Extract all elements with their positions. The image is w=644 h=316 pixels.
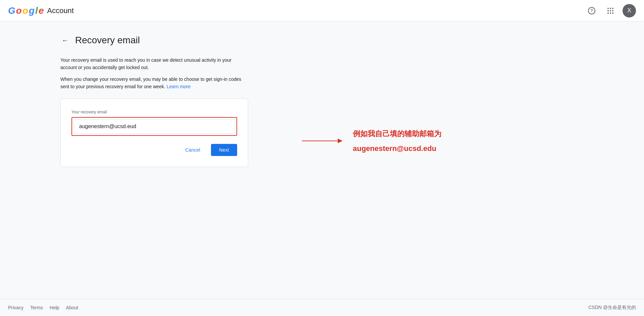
arrow-container	[302, 141, 342, 141]
logo-g: G	[8, 5, 15, 16]
avatar-button[interactable]: X	[623, 4, 636, 17]
back-arrow-icon: ←	[62, 37, 68, 44]
footer-links: Privacy Terms Help About	[8, 305, 78, 310]
field-label: Your recovery email	[71, 110, 237, 114]
cancel-button[interactable]: Cancel	[177, 144, 208, 156]
footer-privacy-link[interactable]: Privacy	[8, 305, 23, 310]
page-header: ← Recovery email	[60, 35, 644, 46]
annotation-line1: 例如我自己填的辅助邮箱为	[353, 129, 441, 139]
recovery-email-input[interactable]	[73, 119, 235, 134]
header-title: Account	[47, 6, 74, 15]
annotation-text-block: 例如我自己填的辅助邮箱为 augenestern@ucsd.edu	[353, 129, 441, 153]
description-block: Your recovery email is used to reach you…	[60, 56, 248, 91]
google-logo: G o o g l e	[8, 5, 44, 16]
footer-terms-link[interactable]: Terms	[30, 305, 43, 310]
main-content: ← Recovery email Your recovery email is …	[0, 21, 644, 299]
header-left: G o o g l e Account	[8, 5, 74, 16]
apps-grid-icon	[607, 7, 614, 14]
help-button[interactable]: ?	[585, 4, 598, 17]
logo-o1: o	[16, 5, 22, 16]
footer-help-link[interactable]: Help	[50, 305, 59, 310]
annotation-area: 例如我自己填的辅助邮箱为 augenestern@ucsd.edu	[302, 129, 441, 153]
arrow-icon	[302, 141, 342, 141]
description-paragraph-1: Your recovery email is used to reach you…	[60, 56, 248, 71]
annotation-line2: augenestern@ucsd.edu	[353, 144, 441, 153]
email-input-wrapper	[71, 117, 237, 136]
page-title: Recovery email	[75, 35, 140, 46]
footer: Privacy Terms Help About CSDN @生命是有光的	[0, 299, 644, 316]
back-button[interactable]: ←	[60, 35, 70, 46]
card-actions: Cancel Next	[71, 144, 237, 156]
next-button[interactable]: Next	[211, 144, 237, 156]
logo-e: e	[39, 5, 44, 16]
logo-o2: o	[22, 5, 28, 16]
logo-g2: g	[29, 5, 35, 16]
apps-button[interactable]	[604, 4, 617, 17]
recovery-email-card: Your recovery email Cancel Next	[60, 99, 248, 167]
description-text-2: When you change your recovery email, you…	[60, 76, 241, 89]
header-right: ? X	[585, 4, 636, 17]
header: G o o g l e Account ? X	[0, 0, 644, 21]
learn-more-link[interactable]: Learn more	[167, 84, 191, 89]
footer-right-text: CSDN @生命是有光的	[588, 305, 636, 311]
help-icon: ?	[588, 7, 595, 14]
description-paragraph-2: When you change your recovery email, you…	[60, 75, 248, 91]
footer-about-link[interactable]: About	[66, 305, 78, 310]
logo-l: l	[35, 5, 38, 16]
